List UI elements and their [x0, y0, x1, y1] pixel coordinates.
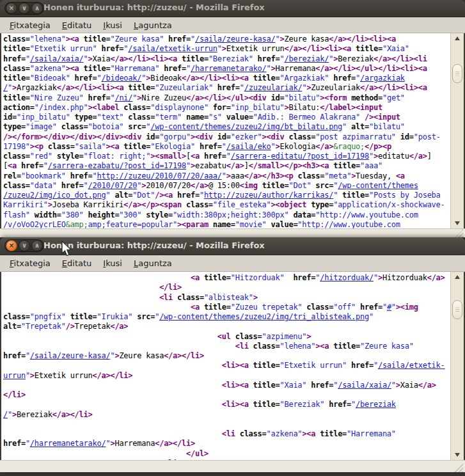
- source-line: class="red" style="float: right;"><small…: [3, 152, 450, 161]
- menu-item-ikusi[interactable]: Ikusi: [97, 19, 128, 31]
- source-link[interactable]: /zuzeu2/img/ico_dot.png: [3, 191, 106, 200]
- window-controls: × ∨ ∧: [4, 239, 44, 252]
- source-line: /></form></div></div></div><div id="gorp…: [3, 132, 450, 142]
- source-line: id="inp_bilatu" type="text" class="term"…: [3, 113, 450, 122]
- source-link[interactable]: /hitzorduak/: [320, 273, 374, 282]
- source-link[interactable]: /bereziak: [356, 400, 396, 409]
- source-line: 17198"><p class="saila"><a title="Ekolog…: [3, 142, 450, 152]
- source-link[interactable]: /saila/zeure-kasa/: [195, 35, 276, 44]
- scrollbar-thumb[interactable]: [452, 300, 462, 319]
- source-link[interactable]: /sarrera-ezabatu/?post_id=17198: [48, 161, 186, 170]
- close-icon: ×: [6, 3, 17, 13]
- source-line: <ul class="azpimenu">: [3, 332, 450, 342]
- source-link[interactable]: /: [3, 83, 8, 92]
- vertical-scrollbar[interactable]: [450, 33, 464, 228]
- source-line: href="/saila/xaia/">Xaia</a></li><li><a …: [3, 54, 450, 64]
- source-link[interactable]: /wp-content/themes: [338, 181, 418, 190]
- source-line: <li><a title="Bereziak" href="/bereziak: [3, 400, 450, 409]
- window-controls: × ∨ ∧: [4, 2, 44, 15]
- maximize-button[interactable]: ∧: [31, 240, 43, 251]
- resize-grip-icon[interactable]: [455, 464, 463, 472]
- source-view: class="lehena"><a title="Zeure kasa" hre…: [1, 33, 464, 228]
- source-link[interactable]: /saila/etxetik-urrun: [128, 44, 217, 53]
- menu-item-editatu[interactable]: Editatu: [56, 19, 97, 31]
- source-link[interactable]: /ni/: [114, 93, 132, 102]
- source-link[interactable]: /zuzeulariak/: [244, 83, 303, 92]
- scroll-up-icon[interactable]: [451, 273, 464, 282]
- scroll-down-icon[interactable]: [451, 450, 464, 459]
- source-link[interactable]: /harremanetarako/: [191, 64, 267, 73]
- source-link[interactable]: /saila/xaia/: [338, 381, 391, 390]
- window-title: Honen iturburua: http://zuzeu/ - Mozilla…: [43, 3, 265, 12]
- source-link[interactable]: /: [3, 410, 8, 419]
- source-link[interactable]: #: [387, 303, 391, 312]
- source-link[interactable]: /wp-content/themes/zuzeu2/img/tri_albist…: [159, 312, 369, 321]
- minimize-icon: ∨: [19, 3, 29, 13]
- minimize-button[interactable]: ∨: [19, 3, 30, 14]
- source-line: Karrikiri">Joseba Karrikiri</a></p><span…: [3, 200, 450, 210]
- window-title: Honen iturburua: http://zuzeu/ - Mozilla…: [43, 241, 265, 250]
- source-link[interactable]: /saila/xaia/: [30, 54, 84, 63]
- source-line: <li><a title="Xaia" href="/saila/xaia/">…: [3, 381, 450, 390]
- menubar: FitxategiaEditatuIkusiLaguntza: [0, 17, 465, 33]
- menu-item-editatu[interactable]: Editatu: [56, 257, 97, 269]
- vertical-scrollbar[interactable]: [450, 272, 464, 460]
- source-link[interactable]: urrun: [3, 371, 26, 380]
- source-link[interactable]: /bereziak/: [284, 54, 329, 63]
- menu-item-laguntza[interactable]: Laguntza: [128, 257, 178, 269]
- source-line: [3, 420, 450, 429]
- source-link[interactable]: /saila/eko: [226, 142, 271, 151]
- menu-item-fitxategia[interactable]: Fitxategia: [4, 19, 56, 31]
- source-line: /v/oVoO2ycrLEO&amp;amp;feature=popular">…: [3, 220, 450, 228]
- resize-grip-icon[interactable]: [455, 229, 463, 237]
- source-link[interactable]: /harremanetarako/: [30, 439, 106, 448]
- minimize-button[interactable]: ∨: [19, 240, 30, 251]
- source-line: class="lehena"><a title="Zeure kasa" hre…: [3, 35, 450, 44]
- titlebar[interactable]: × ∨ ∧ Honen iturburua: http://zuzeu/ - M…: [0, 0, 465, 17]
- source-line: title="Etxetik urrun" href="/saila/etxet…: [3, 44, 450, 54]
- source-code: <a title="Hitzorduak" href="/hitzorduak/…: [1, 272, 450, 460]
- source-link[interactable]: /wp-content/themes/zuzeu2/img/bt_bilatu.…: [150, 122, 342, 131]
- source-line: /zuzeu2/img/ico_dot.png" alt="Dot"/><a h…: [3, 191, 450, 200]
- source-line: <li><a title="Etxetik urrun" href="/sail…: [3, 361, 450, 370]
- source-line: flash" width="380" height="300" style="w…: [3, 210, 450, 220]
- status-bar: [0, 228, 465, 237]
- source-line: title="Bideoak" href="/bideoak/">Bideoak…: [3, 74, 450, 83]
- source-line: /">Bereziak</a></li>: [3, 410, 450, 420]
- maximize-icon: ∧: [32, 3, 42, 13]
- source-line: /">Argazkiak</a></li><li><a title="Zuzeu…: [3, 83, 450, 93]
- source-link[interactable]: http://zuzeu/author/karrikas/: [204, 191, 333, 200]
- source-line: </li>: [3, 283, 450, 292]
- source-line: class="data" href="/2010/07/20">2010/07/…: [3, 181, 450, 191]
- source-code: class="lehena"><a title="Zeure kasa" hre…: [1, 33, 450, 228]
- source-line: action="/index.php"><label class="displa…: [3, 103, 450, 113]
- source-line: urrun">Etxetik urrun</a></li>: [3, 371, 450, 381]
- scroll-down-icon[interactable]: [451, 219, 464, 228]
- menu-item-ikusi[interactable]: Ikusi: [97, 257, 128, 269]
- source-line: <li class="lehena"><a title="Zeure kasa": [3, 342, 450, 351]
- menu-item-laguntza[interactable]: Laguntza: [128, 19, 178, 31]
- source-line: rel="bookmark" href="http://zuzeu/2010/0…: [3, 171, 450, 181]
- scrollbar-thumb[interactable]: [452, 64, 462, 83]
- source-link[interactable]: /saila/etxetik-: [378, 361, 445, 370]
- source-link[interactable]: /bideoak/: [101, 74, 141, 83]
- source-line: href="/harremanetarako/">Harremana</a></…: [3, 439, 450, 448]
- status-bar: [0, 460, 465, 472]
- menu-item-fitxategia[interactable]: Fitxategia: [4, 257, 56, 269]
- window-bottom-source-view: × ∨ ∧ Honen iturburua: http://zuzeu/ - M…: [0, 237, 465, 472]
- source-view: <a title="Hitzorduak" href="/hitzorduak/…: [1, 272, 464, 460]
- source-link[interactable]: /argazkiak: [360, 74, 405, 83]
- close-button[interactable]: ×: [6, 3, 17, 14]
- maximize-button[interactable]: ∧: [31, 3, 43, 14]
- source-line: <li class="azkena"><a title="Harremana": [3, 429, 450, 439]
- titlebar[interactable]: × ∨ ∧ Honen iturburua: http://zuzeu/ - M…: [0, 237, 465, 255]
- source-line: href="/saila/zeure-kasa/">Zeure kasa</a>…: [3, 351, 450, 361]
- source-link[interactable]: /saila/zeure-kasa/: [30, 351, 111, 360]
- source-link[interactable]: /sarrera-editatu/?post_id=17198: [231, 152, 369, 161]
- source-link[interactable]: http://zuzeu/2010/07/20/aaa/: [97, 171, 222, 180]
- source-line: <a title="Zuzeu trepetak" class="off" hr…: [3, 303, 450, 312]
- close-button[interactable]: ×: [6, 240, 17, 251]
- scroll-up-icon[interactable]: [451, 34, 464, 43]
- menubar: FitxategiaEditatuIkusiLaguntza: [0, 255, 465, 272]
- source-link[interactable]: /2010/07/20: [88, 181, 138, 190]
